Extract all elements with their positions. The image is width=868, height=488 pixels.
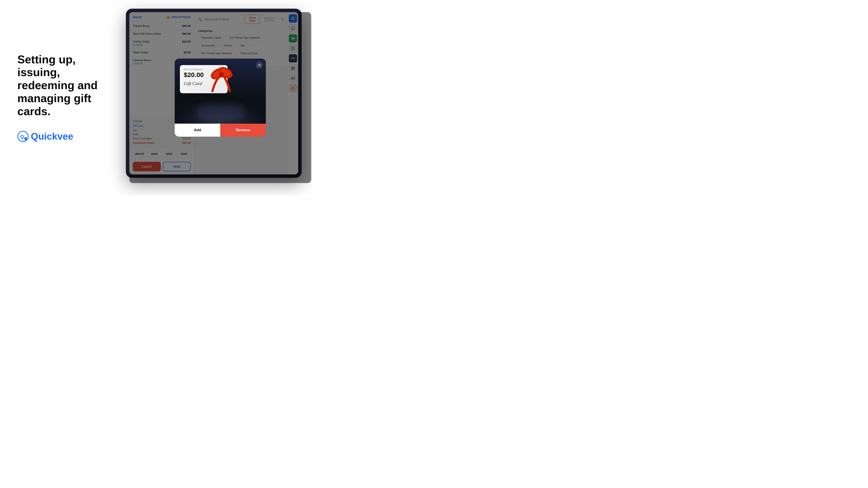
platform-decoration: [198, 108, 242, 117]
gift-card-visual: Gift Card Balance $20.00 Gift Card: [180, 65, 228, 93]
left-panel: Setting up, issuing, redeeming and manag…: [9, 0, 117, 195]
gift-card-modal-overlay: ✕ Gift Card Balance $20.00 Gift Card: [129, 12, 311, 183]
right-panel: David 👑 1850.00 Points Thicket Bong $46.…: [126, 9, 312, 187]
ribbon-svg: [208, 63, 234, 95]
svg-text:Q: Q: [20, 134, 24, 139]
modal-remove-button[interactable]: Remove: [220, 124, 266, 137]
ribbon-decoration: [208, 63, 234, 95]
gift-card-modal: ✕ Gift Card Balance $20.00 Gift Card: [175, 59, 266, 137]
modal-close-button[interactable]: ✕: [256, 62, 263, 69]
headline: Setting up, issuing, redeeming and manag…: [18, 53, 108, 118]
logo-text: Quickvee: [31, 131, 73, 142]
quickvee-logo-icon: Q +: [18, 131, 29, 142]
svg-text:+: +: [25, 138, 26, 140]
modal-card-area: Gift Card Balance $20.00 Gift Card: [175, 59, 266, 124]
modal-actions: Add Remove: [175, 124, 266, 137]
logo-container: Q + Quickvee: [18, 131, 108, 142]
modal-add-button[interactable]: Add: [175, 124, 220, 137]
